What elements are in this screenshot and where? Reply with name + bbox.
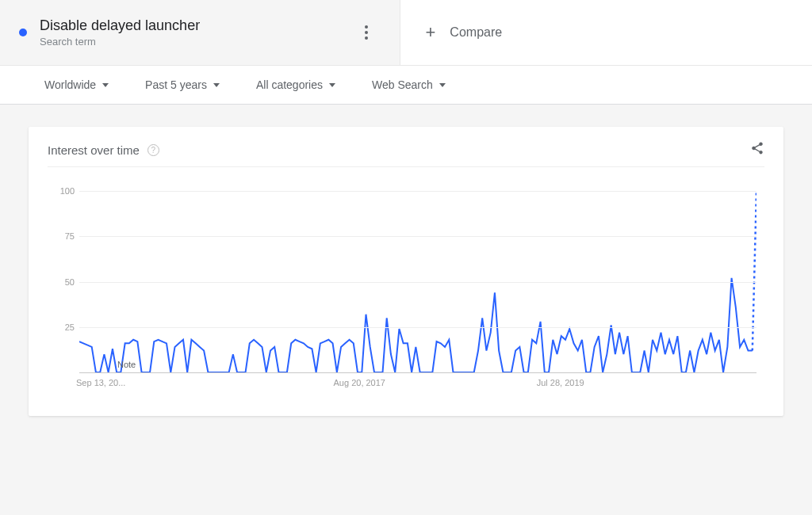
card-title: Interest over time xyxy=(48,143,140,157)
filter-category-label: All categories xyxy=(256,78,323,91)
kebab-menu-icon[interactable] xyxy=(358,19,374,46)
line-chart: Note 255075100 Sep 13, 20...Aug 20, 2017… xyxy=(48,191,764,397)
plus-icon: + xyxy=(426,24,436,41)
x-tick: Jul 28, 2019 xyxy=(537,378,584,387)
filter-region[interactable]: Worldwide xyxy=(44,78,109,91)
help-icon[interactable]: ? xyxy=(147,144,159,156)
compare-label: Compare xyxy=(450,25,502,40)
filter-type[interactable]: Web Search xyxy=(372,78,446,91)
y-tick: 25 xyxy=(51,322,75,332)
filter-region-label: Worldwide xyxy=(44,78,96,91)
x-tick: Aug 20, 2017 xyxy=(334,378,385,387)
chevron-down-icon xyxy=(213,83,220,87)
term-title: Disable delayed launcher xyxy=(40,17,346,34)
chevron-down-icon xyxy=(102,83,109,87)
add-compare-button[interactable]: + Compare xyxy=(400,0,813,65)
y-tick: 100 xyxy=(51,186,75,196)
search-term-card[interactable]: Disable delayed launcher Search term xyxy=(0,0,400,65)
filter-time[interactable]: Past 5 years xyxy=(145,78,220,91)
chevron-down-icon xyxy=(439,83,446,87)
y-tick: 50 xyxy=(51,277,75,287)
chevron-down-icon xyxy=(329,83,335,87)
series-color-dot xyxy=(19,29,27,36)
y-tick: 75 xyxy=(51,231,75,241)
filter-category[interactable]: All categories xyxy=(256,78,335,91)
term-subtitle: Search term xyxy=(40,36,346,48)
x-tick: Sep 13, 20... xyxy=(76,378,125,387)
filter-type-label: Web Search xyxy=(372,78,433,91)
note-annotation: Note xyxy=(117,360,136,369)
filter-time-label: Past 5 years xyxy=(145,78,207,91)
filter-bar: Worldwide Past 5 years All categories We… xyxy=(0,66,812,105)
share-icon[interactable] xyxy=(750,141,764,158)
interest-card: Interest over time ? Note 255075100 Sep … xyxy=(29,127,783,416)
